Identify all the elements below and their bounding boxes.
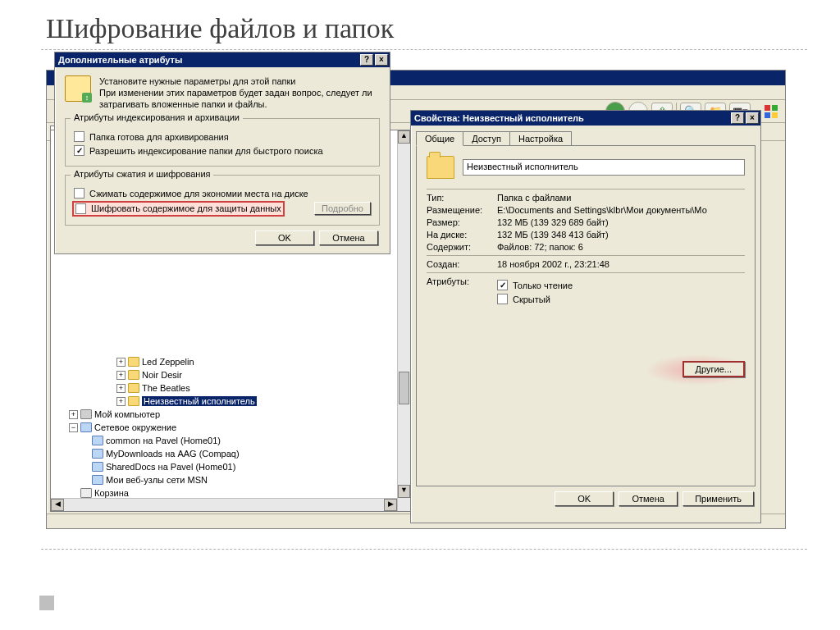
group-index-archive: Атрибуты индексирования и архивации Папк… bbox=[65, 118, 380, 167]
label-archive: Папка готова для архивирования bbox=[89, 132, 229, 142]
label-type: Тип: bbox=[427, 193, 497, 203]
group1-title: Атрибуты индексирования и архивации bbox=[71, 112, 243, 122]
svg-rect-0 bbox=[765, 105, 770, 111]
tab-general[interactable]: Общие bbox=[416, 131, 463, 146]
props-tabs: Общие Доступ Настройка bbox=[411, 126, 760, 145]
svg-rect-1 bbox=[772, 105, 778, 111]
expand-icon[interactable]: + bbox=[116, 384, 126, 393]
adv-cancel-button[interactable]: Отмена bbox=[319, 231, 378, 245]
props-cancel-button[interactable]: Отмена bbox=[619, 491, 678, 506]
attributes-icon bbox=[65, 75, 91, 102]
props-ok-button[interactable]: OK bbox=[555, 491, 614, 506]
props-titlebar[interactable]: Свойства: Неизвестный исполнитель ? × bbox=[411, 111, 760, 126]
recycle-icon bbox=[80, 488, 92, 498]
checkbox-index[interactable] bbox=[74, 145, 84, 156]
tree-item[interactable]: Led Zeppelin bbox=[142, 357, 194, 367]
expand-icon[interactable]: + bbox=[69, 410, 78, 419]
tree-item[interactable]: Сетевое окружение bbox=[94, 422, 176, 432]
checkbox-hidden[interactable] bbox=[497, 294, 508, 304]
help-button[interactable]: ? bbox=[360, 54, 373, 66]
value-type: Папка с файлами bbox=[497, 193, 745, 203]
value-location: E:\Documents and Settings\klbr\Мои докум… bbox=[497, 205, 745, 215]
bottom-separator bbox=[41, 549, 807, 550]
group-compress-encrypt: Атрибуты сжатия и шифрования Сжимать сод… bbox=[65, 175, 380, 226]
tree-item[interactable]: Мой компьютер bbox=[94, 409, 160, 419]
adv-intro-text: Установите нужные параметры для этой пап… bbox=[99, 75, 380, 110]
checkbox-encrypt[interactable] bbox=[75, 203, 86, 214]
tree-scroll-vertical[interactable]: ▲ ▼ bbox=[397, 130, 410, 511]
separator bbox=[427, 255, 745, 256]
tree-item[interactable]: Мои веб-узлы сети MSN bbox=[106, 475, 208, 485]
network-icon bbox=[80, 422, 92, 432]
folder-name-field[interactable]: Неизвестный исполнитель bbox=[463, 159, 745, 176]
tree-item[interactable]: SharedDocs на Pavel (Home01) bbox=[106, 462, 235, 472]
tree-scroll-horizontal[interactable]: ◀▶ bbox=[51, 498, 397, 511]
svg-rect-2 bbox=[765, 112, 770, 118]
tree-item[interactable]: Корзина bbox=[94, 488, 129, 498]
computer-icon bbox=[80, 409, 92, 419]
props-tabpanel: Неизвестный исполнитель Тип:Папка с файл… bbox=[416, 145, 756, 486]
label-attributes: Атрибуты: bbox=[427, 276, 497, 286]
value-created: 18 ноября 2002 г., 23:21:48 bbox=[497, 259, 745, 269]
web-icon bbox=[92, 475, 103, 485]
label-hidden: Скрытый bbox=[513, 294, 550, 304]
label-sizeondisk: На диске: bbox=[427, 230, 497, 240]
checkbox-compress[interactable] bbox=[74, 188, 84, 199]
folder-big-icon bbox=[427, 156, 454, 179]
tree-item[interactable]: MyDownloads на AAG (Compaq) bbox=[106, 449, 240, 459]
label-encrypt: Шифровать содержимое для защиты данных bbox=[91, 203, 281, 213]
label-compress: Сжимать содержимое для экономии места на… bbox=[89, 189, 308, 199]
folder-icon bbox=[128, 383, 139, 393]
checkbox-readonly[interactable] bbox=[497, 280, 508, 290]
close-button[interactable]: × bbox=[746, 112, 759, 124]
other-attributes-button[interactable]: Другие... bbox=[682, 361, 745, 377]
collapse-icon[interactable]: − bbox=[69, 423, 78, 432]
folder-icon bbox=[128, 396, 139, 406]
tree-item[interactable]: The Beatles bbox=[142, 383, 190, 393]
details-button[interactable]: Подробно bbox=[314, 202, 371, 215]
slide-bullet-icon bbox=[39, 596, 54, 610]
expand-icon[interactable]: + bbox=[116, 371, 126, 380]
share-icon bbox=[92, 436, 103, 445]
props-title: Свойства: Неизвестный исполнитель bbox=[414, 113, 729, 123]
value-sizeondisk: 132 МБ (139 348 413 байт) bbox=[497, 230, 745, 240]
tab-settings[interactable]: Настройка bbox=[509, 131, 572, 146]
checkbox-archive[interactable] bbox=[74, 131, 84, 142]
label-size: Размер: bbox=[427, 217, 497, 227]
tree-item[interactable]: Noir Desir bbox=[142, 370, 182, 380]
help-button[interactable]: ? bbox=[731, 112, 744, 124]
tree-item[interactable]: common на Pavel (Home01) bbox=[106, 436, 221, 445]
title-separator bbox=[41, 49, 807, 50]
label-contains: Содержит: bbox=[427, 242, 497, 252]
separator bbox=[427, 272, 745, 273]
folder-icon bbox=[128, 370, 139, 380]
props-apply-button[interactable]: Применить bbox=[682, 491, 754, 506]
label-readonly: Только чтение bbox=[513, 281, 573, 290]
separator bbox=[427, 189, 745, 189]
value-size: 132 МБ (139 329 689 байт) bbox=[497, 217, 745, 227]
properties-dialog: Свойства: Неизвестный исполнитель ? × Об… bbox=[410, 110, 761, 523]
share-icon bbox=[92, 462, 103, 472]
tree-item-selected[interactable]: Неизвестный исполнитель bbox=[142, 396, 257, 406]
adv-titlebar[interactable]: Дополнительные атрибуты ? × bbox=[55, 52, 390, 67]
adv-ok-button[interactable]: OK bbox=[255, 231, 314, 245]
windows-flag-icon bbox=[762, 103, 780, 121]
folder-icon bbox=[128, 357, 139, 367]
expand-icon[interactable]: + bbox=[116, 358, 126, 367]
adv-title: Дополнительные атрибуты bbox=[58, 55, 358, 65]
share-icon bbox=[92, 449, 103, 459]
tab-access[interactable]: Доступ bbox=[463, 131, 510, 146]
label-location: Размещение: bbox=[427, 205, 497, 215]
label-index: Разрешить индексирование папки для быстр… bbox=[89, 146, 323, 156]
expand-icon[interactable]: + bbox=[116, 397, 126, 406]
label-created: Создан: bbox=[427, 259, 497, 269]
group2-title: Атрибуты сжатия и шифрования bbox=[71, 169, 213, 179]
advanced-attributes-dialog: Дополнительные атрибуты ? × Установите н… bbox=[54, 52, 390, 254]
slide-title: Шифрование файлов и папок bbox=[0, 0, 840, 49]
close-button[interactable]: × bbox=[375, 54, 388, 66]
svg-rect-3 bbox=[772, 112, 778, 118]
value-contains: Файлов: 72; папок: 6 bbox=[497, 242, 745, 252]
